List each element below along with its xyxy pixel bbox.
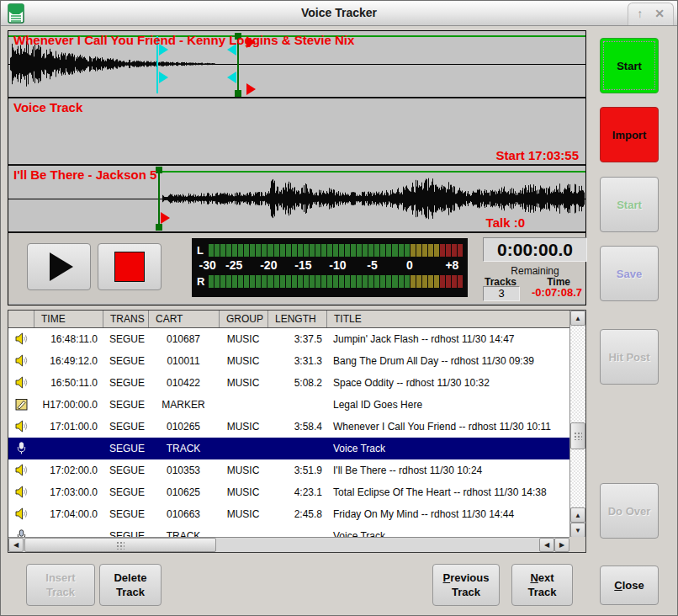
horizontal-scroll-thumb[interactable]	[24, 538, 216, 552]
log-row[interactable]: 16:50:11.0 SEGUE 010422 MUSIC 5:08.2 Spa…	[8, 372, 585, 394]
row-time: 17:03:00.0	[34, 486, 103, 498]
log-row[interactable]: 17:02:00.0 SEGUE 010353 MUSIC 3:51.9 I'l…	[8, 459, 585, 481]
meter-scale-tick: 0	[406, 258, 413, 272]
row-title: Legal ID Goes Here	[326, 399, 585, 411]
log-row[interactable]: SEGUE TRACK Voice Track	[8, 525, 585, 538]
log-row[interactable]: 17:04:00.0 SEGUE 010663 MUSIC 2:45.8 Fri…	[8, 503, 585, 525]
horizontal-scrollbar[interactable]: ◀ ◀ ▶	[8, 537, 569, 552]
log-row[interactable]: SEGUE TRACK Voice Track	[8, 438, 585, 459]
segue-arrow-icon[interactable]	[159, 72, 168, 83]
row-group: MUSIC	[219, 421, 267, 433]
meter-scale-tick: -25	[225, 258, 242, 272]
track-2-waveform[interactable]: Voice Track Start 17:03:55	[8, 98, 585, 166]
import-button[interactable]: Import	[600, 107, 659, 162]
stop-button[interactable]	[98, 243, 162, 290]
log-body: 16:48:11.0 SEGUE 010687 MUSIC 3:37.5 Jum…	[8, 328, 585, 538]
column-header	[8, 311, 34, 327]
delete-track-button[interactable]: Delete Track	[99, 564, 162, 606]
track-3-fade-line	[158, 171, 585, 173]
track-3-waveform[interactable]: I'll Be There - Jackson 5 Talk :0	[8, 166, 585, 233]
row-cart: 010011	[148, 355, 219, 367]
remaining-label: Remaining	[476, 265, 594, 277]
column-header: TITLE	[326, 311, 585, 327]
row-cart: MARKER	[148, 399, 219, 411]
row-trans: SEGUE	[103, 355, 148, 367]
row-group: MUSIC	[219, 377, 267, 389]
row-type-icon	[8, 462, 34, 479]
scroll-left-icon[interactable]: ◀	[539, 538, 554, 552]
vertical-scroll-track[interactable]	[570, 326, 585, 507]
start-record-button[interactable]: Start	[600, 38, 659, 93]
row-trans: SEGUE	[103, 377, 148, 389]
fade-marker-icon[interactable]	[161, 212, 170, 224]
track-3-title: I'll Be There - Jackson 5	[13, 167, 156, 182]
track-2-title: Voice Track	[13, 100, 82, 114]
close-button[interactable]: Close	[600, 566, 659, 605]
row-time: 16:50:11.0	[34, 377, 103, 389]
scroll-left-icon[interactable]: ◀	[8, 538, 24, 552]
time-status-panel: 0:00:00.0 Remaining Tracks Time 3 -0:07:…	[476, 233, 594, 303]
row-type-icon	[8, 506, 34, 523]
row-length: 2:45.8	[267, 508, 326, 520]
meter-scale-tick: -30	[199, 258, 216, 272]
marker-handle[interactable]	[235, 90, 241, 97]
log-event-list: TIMETRANSCARTGROUPLENGTHTITLE 16:48:11.0…	[8, 310, 586, 553]
scroll-down-icon[interactable]: ▼	[570, 523, 585, 538]
row-title: I'll Be There -- rdhost 11/30 10:24	[326, 465, 585, 476]
fade-marker-icon[interactable]	[246, 83, 256, 95]
row-cart: 010687	[148, 333, 219, 345]
row-length: 3:37.5	[267, 333, 326, 345]
row-trans: SEGUE	[103, 443, 148, 454]
row-group: MUSIC	[219, 333, 267, 345]
column-header: TRANS	[103, 311, 148, 327]
track-1-title: Whenever I Call You Friend - Kenny Loggi…	[13, 33, 354, 47]
row-trans: SEGUE	[103, 333, 148, 345]
row-length: 3:51.9	[267, 465, 326, 476]
scrollbar-corner	[569, 537, 585, 552]
meter-right-label: R	[197, 275, 209, 288]
meter-scale-tick: -10	[329, 258, 346, 272]
log-row[interactable]: 16:48:11.0 SEGUE 010687 MUSIC 3:37.5 Jum…	[8, 328, 585, 350]
track-1-waveform[interactable]: Whenever I Call You Friend - Kenny Loggi…	[8, 31, 585, 98]
log-row[interactable]: 17:03:00.0 SEGUE 010625 MUSIC 4:23.1 Tot…	[8, 481, 585, 503]
meter-scale-tick: +8	[445, 258, 458, 272]
meter-scale-tick: -5	[367, 258, 377, 272]
previous-track-button[interactable]: Previous Track	[432, 564, 500, 606]
row-title: Whenever I Call You Friend -- rdhost 11/…	[326, 421, 585, 433]
meter-scale: -30-25-20-15-10-50+8	[197, 258, 463, 273]
meter-right-segments	[209, 275, 463, 288]
log-row[interactable]: 17:01:00.0 SEGUE 010265 MUSIC 3:58.4 Whe…	[8, 416, 585, 438]
row-trans: SEGUE	[103, 486, 148, 498]
start-play-button: Start	[600, 177, 659, 232]
do-over-button: Do Over	[600, 483, 659, 539]
play-button[interactable]	[27, 243, 91, 290]
row-cart: 010265	[148, 421, 219, 433]
track-3-start-marker[interactable]	[158, 168, 160, 230]
close-icon[interactable]: ✕	[654, 7, 665, 22]
row-type-icon	[8, 331, 34, 348]
vertical-scroll-thumb[interactable]	[570, 422, 585, 449]
next-track-button[interactable]: Next Track	[511, 564, 573, 606]
column-header: GROUP	[219, 311, 267, 327]
log-row[interactable]: H17:00:00.0 SEGUE MARKER Legal ID Goes H…	[8, 394, 585, 416]
column-header: CART	[148, 311, 219, 327]
row-trans: SEGUE	[103, 465, 148, 476]
window-controls: ↑ ✕	[628, 3, 674, 25]
row-time: H17:00:00.0	[34, 399, 103, 411]
scroll-right-icon[interactable]: ▶	[554, 538, 569, 552]
row-cart: 010422	[148, 377, 219, 389]
row-cart: TRACK	[148, 443, 219, 454]
segue-arrow-icon[interactable]	[227, 72, 236, 83]
scroll-up-icon[interactable]: ▲	[570, 507, 585, 523]
shade-icon[interactable]: ↑	[637, 7, 643, 22]
row-trans: SEGUE	[103, 399, 148, 411]
scroll-up-icon[interactable]: ▲	[570, 311, 585, 326]
column-header: LENGTH	[267, 311, 326, 327]
log-header: TIMETRANSCARTGROUPLENGTHTITLE	[8, 311, 585, 328]
meter-scale-tick: -20	[260, 258, 277, 272]
marker-handle[interactable]	[156, 224, 162, 231]
vertical-scrollbar[interactable]: ▲ ▲ ▼	[569, 311, 585, 538]
play-icon	[50, 252, 73, 281]
meter-scale-tick: -15	[294, 258, 311, 272]
log-row[interactable]: 16:49:12.0 SEGUE 010011 MUSIC 3:31.3 Ban…	[8, 350, 585, 372]
